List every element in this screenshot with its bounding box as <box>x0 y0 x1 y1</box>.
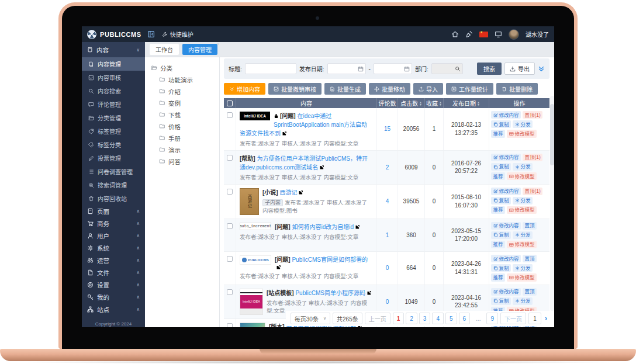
tab[interactable]: 内容管理 <box>182 44 217 55</box>
header-clicks[interactable]: 点击数 <box>398 98 424 108</box>
action-button[interactable]: 推荐 <box>491 172 505 180</box>
external-link-icon[interactable] <box>367 290 372 296</box>
sidebar-item[interactable]: 问卷调查管理 <box>82 165 145 178</box>
action-button[interactable]: 修改模型 <box>507 241 537 248</box>
row-checkbox[interactable] <box>227 289 233 295</box>
sub-content-badge[interactable]: 子内容 <box>262 199 283 206</box>
row-checkbox[interactable] <box>227 155 233 161</box>
action-button[interactable]: 分发 <box>513 197 533 204</box>
page-jump-input[interactable]: 1 <box>528 313 541 324</box>
comments-count[interactable]: 4 <box>376 185 398 219</box>
sort-icon[interactable] <box>477 101 480 106</box>
header-comments[interactable]: 评论数 <box>376 98 398 108</box>
tree-root[interactable]: 分类 <box>151 62 213 74</box>
action-button[interactable]: 分发 <box>513 231 533 239</box>
sidebar-item[interactable]: 内容管理 <box>82 57 145 71</box>
quick-maintain-button[interactable]: 快捷维护 <box>162 30 193 39</box>
language-flag-icon[interactable] <box>479 32 488 37</box>
page-number-button[interactable]: 1 <box>393 313 405 324</box>
sidebar-section-content[interactable]: 内容 <box>82 42 145 57</box>
tree-item[interactable]: 功能演示 <box>151 74 213 85</box>
next-page-button[interactable]: 下一页 <box>500 313 526 324</box>
sidebar-item[interactable]: 投票管理 <box>82 151 145 165</box>
action-button[interactable]: 修改模型 <box>507 130 537 137</box>
content-title-link[interactable]: 如何将内容id改为自增id <box>292 224 354 230</box>
page-number-button[interactable]: 2 <box>406 313 417 324</box>
sidebar-item[interactable]: 内容搜索 <box>82 84 145 98</box>
content-title-link[interactable]: 为方便各位用户本地测试PublicCMS，特开通dev.publiccms.co… <box>240 155 368 171</box>
tree-item[interactable]: 下载 <box>151 109 213 120</box>
sidebar-group[interactable]: 我的 <box>82 291 145 303</box>
action-button[interactable]: 复制 <box>491 231 511 239</box>
title-input[interactable] <box>245 63 296 74</box>
action-button[interactable]: 推荐 <box>491 241 505 248</box>
action-button[interactable]: 修改内容 <box>491 111 521 119</box>
search-button[interactable]: 搜索 <box>477 63 502 75</box>
external-link-icon[interactable] <box>282 131 287 136</box>
external-link-icon[interactable] <box>298 190 303 195</box>
action-button[interactable]: 修改模型 <box>507 273 537 281</box>
action-button[interactable]: 置顶 <box>523 255 537 262</box>
sidebar-item[interactable]: 内容审核 <box>82 71 145 84</box>
row-checkbox[interactable] <box>227 189 233 195</box>
sidebar-item[interactable]: 搜索词管理 <box>82 178 145 192</box>
comments-count[interactable]: 1 <box>376 219 398 252</box>
toolbar-button[interactable]: 导入 <box>413 83 443 95</box>
action-button[interactable]: 修改内容 <box>491 288 521 296</box>
sidebar-group[interactable]: 用户 <box>82 230 145 242</box>
action-button[interactable]: 置顶(1) <box>523 111 542 119</box>
sidebar-group[interactable]: 系统 <box>82 242 145 254</box>
page-number-button[interactable]: ... <box>472 313 485 324</box>
header-favorites[interactable]: 收藏 <box>424 98 443 108</box>
external-link-icon[interactable] <box>319 165 324 170</box>
page-go-button[interactable]: › <box>545 314 547 323</box>
action-button[interactable]: 推荐 <box>491 130 505 137</box>
tree-item[interactable]: 价格 <box>151 120 213 132</box>
sidebar-group[interactable]: 文件 <box>82 266 145 279</box>
page-size-select[interactable]: 每页30条 <box>291 313 330 324</box>
content-title-link[interactable]: 西游记 <box>279 189 297 196</box>
date-to-input[interactable] <box>374 63 412 74</box>
username-label[interactable]: 湖水没了 <box>526 30 549 39</box>
action-button[interactable]: 置顶(1) <box>523 154 542 161</box>
row-checkbox[interactable] <box>227 256 233 262</box>
action-button[interactable]: 修改内容 <box>491 188 521 195</box>
toolbar-button[interactable]: 工作量统计 <box>446 83 493 95</box>
action-button[interactable]: 修改模型 <box>507 172 537 180</box>
export-button[interactable]: 导出 <box>504 63 535 75</box>
page-number-button[interactable]: 6 <box>459 313 471 324</box>
sidebar-item[interactable]: 标签分类 <box>82 138 145 151</box>
sidebar-group[interactable]: 商务 <box>82 217 145 230</box>
sort-icon[interactable] <box>439 101 442 106</box>
tab[interactable]: 工作台 <box>150 44 179 55</box>
action-button[interactable]: 修改内容 <box>491 255 521 262</box>
toolbar-button[interactable]: 批量移动 <box>369 83 410 95</box>
sort-icon[interactable] <box>419 101 422 106</box>
action-button[interactable]: 推荐 <box>491 206 505 214</box>
page-number-button[interactable]: 5 <box>445 313 457 324</box>
tree-item[interactable]: 演示 <box>151 144 213 155</box>
prev-page-button[interactable]: 上一页 <box>365 313 390 324</box>
sidebar-item[interactable]: 分类管理 <box>82 111 145 124</box>
comments-count[interactable]: 15 <box>376 108 398 150</box>
action-button[interactable]: 复制 <box>491 163 511 171</box>
fullscreen-icon[interactable] <box>495 30 502 38</box>
sidebar-item[interactable]: 标签管理 <box>82 124 145 138</box>
scrollbar-thumb[interactable] <box>550 104 554 165</box>
sidebar-item[interactable]: 内容回收站 <box>82 192 145 205</box>
comments-count[interactable]: 2 <box>376 151 398 184</box>
action-button[interactable]: 置顶 <box>523 222 537 230</box>
action-button[interactable]: 复制 <box>491 120 511 128</box>
user-avatar[interactable] <box>509 29 519 40</box>
sidebar-item[interactable]: 评论管理 <box>82 98 145 111</box>
sidebar-group[interactable]: 设置 <box>82 279 145 291</box>
external-link-icon[interactable] <box>276 265 281 270</box>
sidebar-collapse-icon[interactable] <box>147 30 155 38</box>
chevron-double-down-icon[interactable] <box>538 65 545 72</box>
toolbar-button[interactable]: 批量撤销审核 <box>268 83 322 95</box>
action-button[interactable]: 分发 <box>513 120 533 128</box>
toolbar-button[interactable]: 批量删除 <box>496 83 538 95</box>
select-all-checkbox[interactable] <box>227 100 233 106</box>
close-icon[interactable] <box>216 41 219 47</box>
row-checkbox[interactable] <box>227 112 233 118</box>
